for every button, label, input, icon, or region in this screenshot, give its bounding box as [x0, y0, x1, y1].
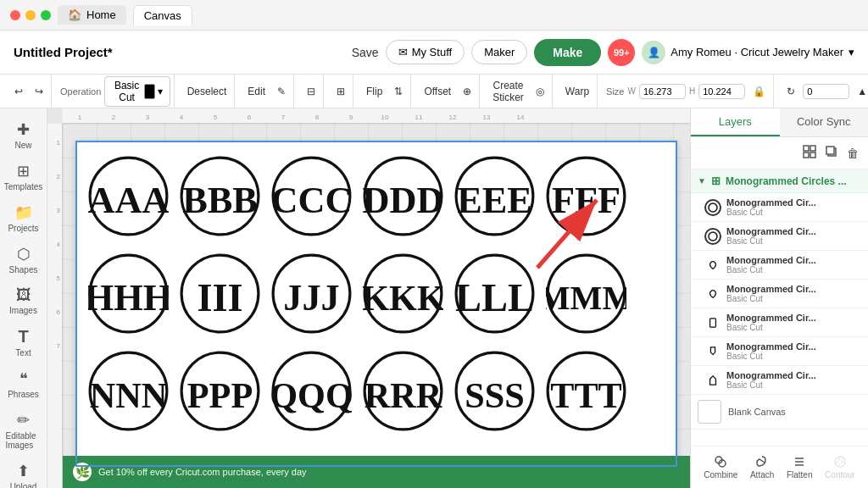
user-name: Amy Romeu · Cricut Jewelry Maker	[670, 46, 843, 58]
toolbar: ↩ ↪ Operation Basic Cut ▾ Deselect Edit …	[0, 75, 868, 108]
user-info: 👤 Amy Romeu · Cricut Jewelry Maker ▾	[642, 41, 854, 64]
layer-item-2[interactable]: Monogrammed Cir... Basic Cut	[691, 222, 868, 251]
maximize-button[interactable]	[41, 10, 51, 20]
maker-button[interactable]: Maker	[471, 40, 527, 64]
operation-dropdown[interactable]: Basic Cut ▾	[104, 76, 170, 107]
my-stuff-button[interactable]: ✉ My Stuff	[386, 40, 465, 64]
sticker-icon-btn[interactable]: ◎	[531, 83, 548, 100]
offset-icon-btn[interactable]: ⊕	[459, 83, 476, 100]
monogram-cell-III: III	[174, 245, 265, 342]
layer-sub-5: Basic Cut	[726, 323, 861, 332]
edit-button[interactable]: Edit	[243, 83, 270, 100]
canvas-area[interactable]: 1 2 3 4 5 6 7 8 9 10 11 12 13 14 1 2 3	[47, 108, 690, 488]
arrange-button[interactable]: ⊞	[332, 83, 349, 100]
flatten-button[interactable]: Flatten	[783, 452, 816, 483]
flip-button[interactable]: Flip	[362, 83, 387, 100]
tab-home[interactable]: 🏠 Home	[58, 5, 126, 25]
color-swatch[interactable]	[144, 84, 155, 99]
editable-images-icon: ✏	[17, 411, 30, 430]
sidebar-item-images[interactable]: 🖼 Images	[3, 281, 45, 320]
layer-icon-6	[704, 343, 721, 360]
layer-icon-2	[704, 228, 721, 245]
undo-button[interactable]: ↩	[10, 83, 27, 100]
text-icon: T	[18, 327, 28, 347]
minimize-button[interactable]	[25, 10, 36, 20]
layer-item-6[interactable]: Monogrammed Cir... Basic Cut	[691, 337, 868, 366]
layer-item-5[interactable]: Monogrammed Cir... Basic Cut	[691, 308, 868, 337]
delete-button[interactable]: 🗑	[844, 144, 861, 163]
svg-text:QQQ: QQQ	[271, 375, 352, 415]
layer-sub-3: Basic Cut	[726, 265, 861, 274]
sidebar-item-phrases[interactable]: ❝ Phrases	[3, 364, 45, 404]
monogram-cell-JJJ: JJJ	[265, 245, 357, 342]
sidebar-item-projects[interactable]: 📁 Projects	[3, 198, 45, 238]
svg-text:AAA: AAA	[88, 179, 169, 221]
combine-button[interactable]: Combine	[700, 452, 741, 483]
sidebar-label-new: New	[14, 141, 31, 150]
duplicate-button[interactable]	[822, 142, 841, 164]
layer-group[interactable]: ▼ ⊞ Monogrammed Circles ...	[691, 169, 868, 193]
svg-rect-43	[826, 147, 834, 154]
layer-icon-3	[704, 257, 721, 274]
group-button[interactable]	[800, 142, 819, 164]
close-button[interactable]	[10, 10, 20, 20]
svg-text:CCC: CCC	[271, 179, 352, 221]
deselect-button[interactable]: Deselect	[183, 83, 231, 100]
sidebar-item-upload[interactable]: ⬆ Upload	[3, 457, 45, 488]
attach-button[interactable]: Attach	[747, 452, 777, 483]
align-button[interactable]: ⊟	[303, 83, 320, 100]
lock-icon[interactable]: 🔒	[748, 83, 770, 100]
ruler-left: 1 2 3 4 5 6 7	[47, 124, 63, 488]
promo-bar[interactable]: 🌿 Get 10% off every Cricut.com purchase,…	[63, 456, 690, 488]
create-sticker-button[interactable]: Create Sticker	[488, 77, 528, 106]
rotate-input[interactable]	[803, 84, 849, 99]
layer-sub-2: Basic Cut	[726, 236, 861, 246]
height-input[interactable]	[698, 84, 745, 99]
notification-badge[interactable]: 99+	[608, 39, 635, 66]
sidebar-item-templates[interactable]: ⊞ Templates	[3, 157, 45, 197]
tab-layers[interactable]: Layers	[691, 108, 780, 136]
sidebar-item-editable-images[interactable]: ✏ Editable Images	[3, 406, 45, 455]
tab-canvas[interactable]: Canvas	[133, 5, 192, 25]
redo-button[interactable]: ↪	[31, 83, 47, 100]
layer-item-7[interactable]: Monogrammed Cir... Basic Cut	[691, 366, 868, 395]
layer-item-4[interactable]: Monogrammed Cir... Basic Cut	[691, 280, 868, 308]
offset-button[interactable]: Offset	[420, 83, 455, 100]
sidebar-label-images: Images	[9, 306, 37, 315]
canvas-content[interactable]: AAA BBB CCC DDD EEE FFF	[63, 124, 690, 488]
layer-name-5: Monogrammed Cir...	[726, 313, 861, 323]
sidebar-item-shapes[interactable]: ⬡ Shapes	[3, 240, 45, 280]
toolbar-undo-section: ↩ ↪	[7, 75, 52, 108]
promo-icon: 🌿	[73, 463, 92, 481]
layer-icon-5	[704, 314, 721, 331]
width-input[interactable]	[639, 84, 686, 99]
svg-text:PPP: PPP	[186, 375, 252, 415]
notification-icon[interactable]: 99+	[608, 39, 635, 66]
layer-sub-7: Basic Cut	[726, 380, 861, 390]
sidebar-item-new[interactable]: ✚ New	[3, 115, 45, 155]
ruler-top: 1 2 3 4 5 6 7 8 9 10 11 12 13 14	[63, 108, 690, 124]
images-icon: 🖼	[16, 286, 31, 304]
blank-canvas-item[interactable]: Blank Canvas	[691, 395, 868, 430]
warp-button[interactable]: Warp	[561, 83, 593, 100]
make-button[interactable]: Make	[534, 39, 601, 66]
flip-icon-btn[interactable]: ⇅	[390, 83, 407, 100]
shapes-icon: ⬡	[17, 245, 31, 263]
sidebar-item-text[interactable]: T Text	[3, 322, 45, 363]
layer-sub-1: Basic Cut	[726, 208, 861, 217]
tab-color-sync[interactable]: Color Sync	[780, 108, 869, 136]
rotate-icon[interactable]: ↻	[782, 83, 799, 100]
svg-rect-40	[804, 152, 809, 158]
layer-item-1[interactable]: Monogrammed Cir... Basic Cut	[691, 193, 868, 222]
layer-group-title: Monogrammed Circles ...	[726, 175, 861, 187]
toolbar-size-section: Size W H 🔒	[603, 75, 774, 108]
toolbar-warp-section: Warp	[558, 75, 598, 108]
rotate-up-btn[interactable]: ▲	[853, 83, 868, 100]
edit-icon-btn[interactable]: ✎	[273, 83, 290, 100]
blank-canvas-label: Blank Canvas	[728, 407, 786, 417]
save-button[interactable]: Save	[352, 46, 379, 59]
layer-item-3[interactable]: Monogrammed Cir... Basic Cut	[691, 251, 868, 280]
monogram-cell-SSS: SSS	[448, 342, 540, 440]
svg-text:III: III	[197, 276, 242, 319]
contour-button[interactable]: Contour	[821, 452, 859, 483]
